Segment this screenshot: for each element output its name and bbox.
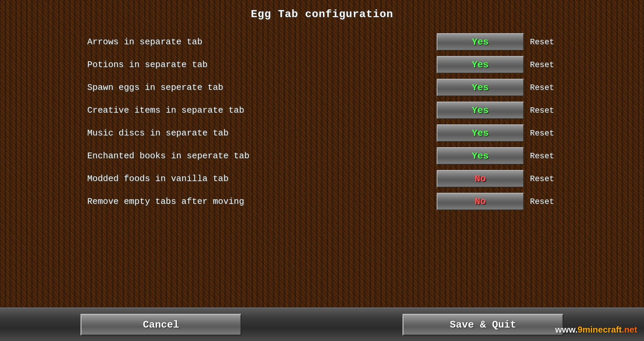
toggle-button-potions[interactable]: Yes bbox=[437, 56, 524, 73]
config-label-modded_foods: Modded foods in vanilla tab bbox=[87, 174, 437, 184]
toggle-button-creative_items[interactable]: Yes bbox=[437, 102, 524, 119]
watermark: www.9minecraft.net bbox=[555, 325, 637, 335]
config-row-potions: Potions in separate tabYesReset bbox=[87, 53, 557, 76]
toggle-button-spawn_eggs[interactable]: Yes bbox=[437, 79, 524, 96]
config-row-remove_empty_tabs: Remove empty tabs after movingNoReset bbox=[87, 190, 557, 213]
bottom-left: Cancel bbox=[0, 314, 322, 336]
toggle-button-modded_foods[interactable]: No bbox=[437, 170, 524, 187]
bottom-bar: Cancel Save & Quit www.9minecraft.net bbox=[0, 307, 644, 341]
toggle-button-music_discs[interactable]: Yes bbox=[437, 124, 524, 142]
cancel-button[interactable]: Cancel bbox=[80, 314, 241, 336]
config-row-creative_items: Creative items in separate tabYesReset bbox=[87, 99, 557, 122]
main-container: Egg Tab configuration Arrows in separate… bbox=[0, 0, 644, 341]
config-row-spawn_eggs: Spawn eggs in seperate tabYesReset bbox=[87, 76, 557, 99]
config-controls-creative_items: YesReset bbox=[437, 102, 557, 119]
toggle-button-enchanted_books[interactable]: Yes bbox=[437, 147, 524, 165]
config-row-music_discs: Music discs in separate tabYesReset bbox=[87, 122, 557, 145]
config-label-creative_items: Creative items in separate tab bbox=[87, 105, 437, 115]
watermark-www: www. bbox=[555, 325, 578, 335]
config-controls-modded_foods: NoReset bbox=[437, 170, 557, 187]
config-row-enchanted_books: Enchanted books in seperate tabYesReset bbox=[87, 145, 557, 167]
config-label-remove_empty_tabs: Remove empty tabs after moving bbox=[87, 196, 437, 207]
reset-button-enchanted_books[interactable]: Reset bbox=[527, 150, 557, 162]
toggle-button-remove_empty_tabs[interactable]: No bbox=[437, 193, 524, 210]
config-controls-arrows: YesReset bbox=[437, 33, 557, 51]
config-row-arrows: Arrows in separate tabYesReset bbox=[87, 31, 557, 53]
reset-button-creative_items[interactable]: Reset bbox=[527, 105, 557, 116]
watermark-tld: .net bbox=[622, 325, 637, 335]
config-label-arrows: Arrows in separate tab bbox=[87, 37, 437, 47]
config-row-modded_foods: Modded foods in vanilla tabNoReset bbox=[87, 167, 557, 190]
watermark-domain: 9minecraft bbox=[578, 325, 622, 335]
config-controls-potions: YesReset bbox=[437, 56, 557, 73]
config-controls-remove_empty_tabs: NoReset bbox=[437, 193, 557, 210]
config-label-potions: Potions in separate tab bbox=[87, 60, 437, 70]
reset-button-modded_foods[interactable]: Reset bbox=[527, 173, 557, 185]
config-controls-enchanted_books: YesReset bbox=[437, 147, 557, 165]
config-label-spawn_eggs: Spawn eggs in seperate tab bbox=[87, 82, 437, 93]
toggle-button-arrows[interactable]: Yes bbox=[437, 33, 524, 51]
config-label-enchanted_books: Enchanted books in seperate tab bbox=[87, 151, 437, 161]
config-controls-music_discs: YesReset bbox=[437, 124, 557, 142]
reset-button-music_discs[interactable]: Reset bbox=[527, 127, 557, 139]
reset-button-arrows[interactable]: Reset bbox=[527, 36, 557, 48]
reset-button-spawn_eggs[interactable]: Reset bbox=[527, 82, 557, 94]
config-controls-spawn_eggs: YesReset bbox=[437, 79, 557, 96]
save-quit-button[interactable]: Save & Quit bbox=[402, 314, 564, 336]
page-title: Egg Tab configuration bbox=[251, 8, 393, 20]
config-list: Arrows in separate tabYesResetPotions in… bbox=[87, 31, 557, 213]
config-label-music_discs: Music discs in separate tab bbox=[87, 128, 437, 138]
reset-button-potions[interactable]: Reset bbox=[527, 59, 557, 71]
reset-button-remove_empty_tabs[interactable]: Reset bbox=[527, 196, 557, 208]
